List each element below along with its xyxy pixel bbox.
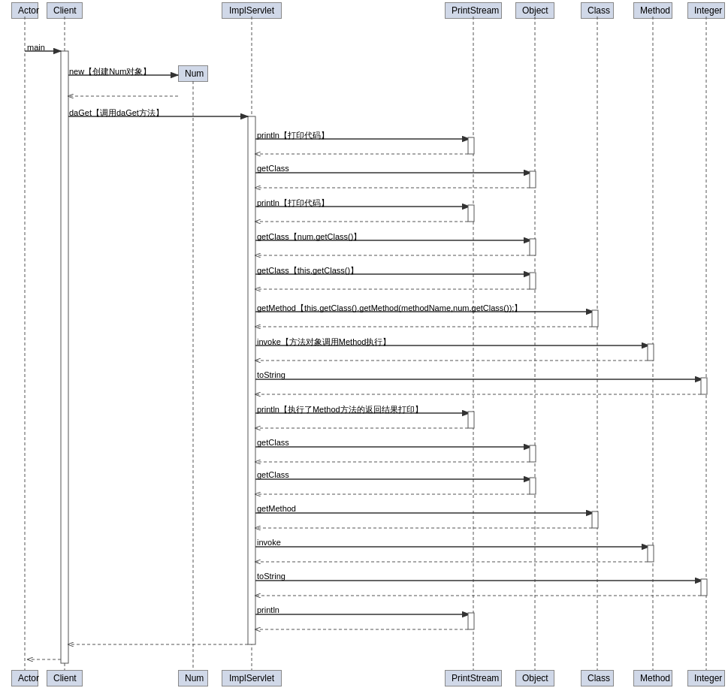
integer-box-top: Integer — [687, 2, 725, 19]
msg-getclass-num: getClass【num.getClass()】 — [257, 231, 361, 243]
svg-rect-52 — [648, 545, 654, 562]
object-box-top: Object — [515, 2, 554, 19]
msg-main: main — [27, 43, 45, 52]
msg-getclass2: getClass — [257, 438, 289, 447]
implservlet-box-top: ImplServlet — [222, 2, 282, 19]
svg-rect-31 — [592, 310, 598, 327]
msg-tostring2: toString — [257, 572, 285, 581]
client-box-bottom: Client — [47, 670, 83, 686]
svg-rect-25 — [530, 239, 536, 255]
svg-rect-55 — [701, 579, 707, 596]
integer-box-bottom: Integer — [687, 670, 725, 686]
msg-println1: println【打印代码】 — [257, 130, 329, 141]
svg-rect-10 — [248, 116, 255, 644]
client-box-top: Client — [47, 2, 83, 19]
msg-daget: daGet【调用daGet方法】 — [69, 107, 164, 119]
svg-rect-43 — [530, 445, 536, 462]
svg-rect-46 — [530, 478, 536, 494]
svg-rect-37 — [701, 378, 707, 394]
sequence-diagram: Actor Client ImplServlet PrintStream Obj… — [0, 0, 728, 700]
msg-invoke1: invoke【方法对象调用Method执行】 — [257, 336, 391, 348]
msg-getclass-this: getClass【this.getClass()】 — [257, 265, 358, 276]
num-box-bottom: Num — [178, 670, 208, 686]
svg-rect-58 — [468, 613, 474, 629]
msg-println2: println【打印代码】 — [257, 198, 329, 209]
svg-rect-40 — [468, 412, 474, 428]
implservlet-box-bottom: ImplServlet — [222, 670, 282, 686]
num-box-top: Num — [178, 65, 208, 82]
msg-getclass3: getClass — [257, 470, 289, 479]
class-box-top: Class — [581, 2, 614, 19]
svg-rect-22 — [468, 205, 474, 222]
diagram-svg — [0, 0, 728, 700]
msg-getmethod1: getMethod【this.getClass().getMethod(meth… — [257, 303, 522, 314]
actor-box-top: Actor — [11, 2, 38, 19]
msg-println3: println【执行了Method方法的返回结果打印】 — [257, 404, 423, 415]
msg-tostring1: toString — [257, 370, 285, 379]
svg-rect-34 — [648, 344, 654, 361]
printstream-box-bottom: PrintStream — [445, 670, 502, 686]
actor-box-bottom: Actor — [11, 670, 38, 686]
svg-rect-49 — [592, 511, 598, 528]
svg-rect-9 — [61, 51, 68, 663]
method-box-top: Method — [633, 2, 672, 19]
svg-rect-16 — [468, 137, 474, 154]
svg-rect-19 — [530, 171, 536, 188]
class-box-bottom: Class — [581, 670, 614, 686]
msg-getmethod2: getMethod — [257, 504, 296, 513]
msg-println4: println — [257, 605, 279, 614]
svg-rect-28 — [530, 273, 536, 289]
msg-new-num: new【创建Num对象】 — [69, 66, 151, 77]
method-box-bottom: Method — [633, 670, 672, 686]
printstream-box-top: PrintStream — [445, 2, 502, 19]
object-box-bottom: Object — [515, 670, 554, 686]
msg-invoke2: invoke — [257, 538, 281, 547]
msg-getclass1: getClass — [257, 164, 289, 173]
